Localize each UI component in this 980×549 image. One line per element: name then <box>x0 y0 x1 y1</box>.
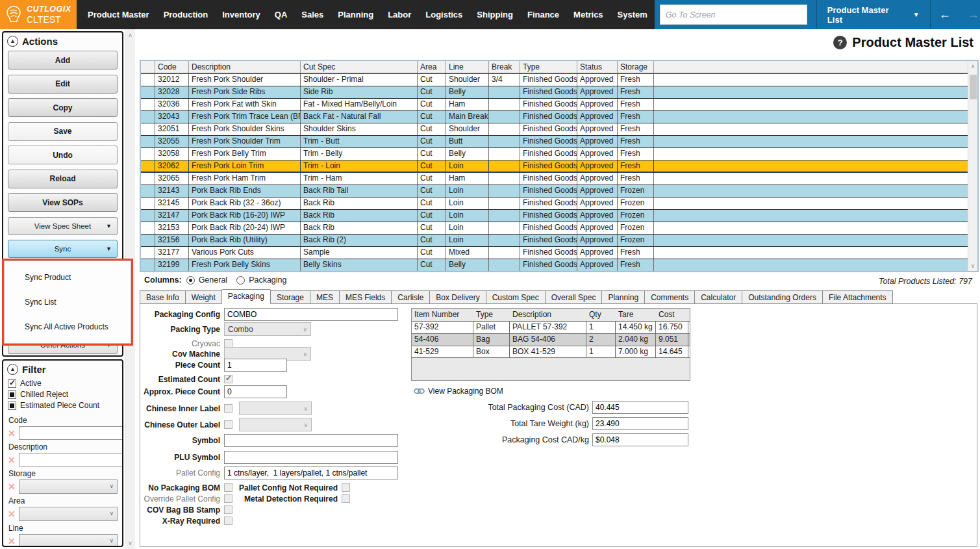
add-button[interactable]: Add <box>8 51 118 70</box>
chilled-reject-checkbox[interactable] <box>8 390 16 399</box>
view-spec-sheet-dropdown[interactable]: View Spec Sheet ▼ <box>8 217 118 235</box>
area-filter-select[interactable]: ∨ <box>19 507 118 521</box>
clear-filter-icon[interactable]: ✕ <box>8 481 16 492</box>
sync-dropdown[interactable]: Sync ▼ <box>8 240 118 258</box>
tab-carlisle[interactable]: Carlisle <box>391 290 429 304</box>
estimated-count-checkbox[interactable] <box>224 375 232 383</box>
tab-packaging[interactable]: Packaging <box>221 289 271 304</box>
clear-filter-icon[interactable]: ✕ <box>8 536 16 546</box>
tab-file-attachments[interactable]: File Attachments <box>822 290 893 304</box>
scroll-down-icon[interactable]: ∨ <box>971 262 975 269</box>
columns-radio-packaging[interactable] <box>236 276 245 285</box>
approx-piece-count-input[interactable] <box>224 385 287 398</box>
table-row[interactable]: 32145Pork Back Rib (32 - 36oz)Back RibCu… <box>141 198 968 210</box>
clear-filter-icon[interactable]: ✕ <box>8 509 16 519</box>
column-header-code[interactable]: Code <box>155 61 189 73</box>
table-row[interactable]: 32156Pork Back Rib (Utility)Back Rib (2)… <box>141 235 968 247</box>
reload-button[interactable]: Reload <box>8 170 118 188</box>
menu-item-sync-all-active-products[interactable]: Sync All Active Products <box>5 314 131 339</box>
help-icon[interactable]: ? <box>833 36 847 49</box>
no-packaging-bom-checkbox[interactable] <box>224 483 232 492</box>
scroll-up-icon[interactable]: ∧ <box>128 32 132 38</box>
chinese-outer-label-select[interactable]: ∨ <box>239 418 312 431</box>
row-selector-cell[interactable] <box>141 259 155 271</box>
table-row[interactable]: 32012Fresh Pork ShoulderShoulder - Prima… <box>141 74 968 86</box>
table-row[interactable]: 32147Pork Back Rib (16-20) IWPBack RibCu… <box>141 210 968 222</box>
scroll-up-icon[interactable]: ∧ <box>971 63 975 70</box>
tab-mes[interactable]: MES <box>310 290 339 304</box>
bom-column-header-type[interactable]: Type <box>473 309 510 321</box>
estimated-piece-count-checkbox[interactable] <box>8 402 16 410</box>
columns-radio-general[interactable] <box>186 276 195 285</box>
bom-row[interactable]: 54-406BagBAG 54-40622.040 kg9.051 <box>412 333 690 346</box>
row-selector-cell[interactable] <box>141 123 155 135</box>
storage-filter-select[interactable]: ∨ <box>19 479 118 494</box>
tab-base-info[interactable]: Base Info <box>140 290 185 304</box>
symbol-input[interactable] <box>224 434 398 447</box>
chinese-outer-label-checkbox[interactable] <box>224 420 232 429</box>
clear-filter-icon[interactable]: ✕ <box>8 428 16 439</box>
nav-item-logistics[interactable]: Logistics <box>418 0 470 29</box>
chinese-inner-label-select[interactable]: ∨ <box>239 402 312 415</box>
back-button[interactable]: ← <box>931 0 959 29</box>
pallet-config-input[interactable] <box>224 466 398 479</box>
plu-symbol-input[interactable] <box>224 451 398 464</box>
total-packaging-cost-cad-value[interactable] <box>592 401 688 414</box>
scroll-down-icon[interactable]: ∨ <box>128 540 132 546</box>
menu-item-sync-product[interactable]: Sync Product <box>5 265 131 290</box>
tab-overall-spec[interactable]: Overall Spec <box>545 290 602 304</box>
collapse-up-icon[interactable]: ▲ <box>7 364 18 375</box>
tab-storage[interactable]: Storage <box>271 290 310 304</box>
nav-item-sales[interactable]: Sales <box>294 0 331 29</box>
table-row[interactable]: 32055Fresh Pork Shoulder TrimTrim - Butt… <box>141 136 968 148</box>
forward-button[interactable]: → <box>959 0 980 29</box>
bom-column-header-cost[interactable]: Cost <box>656 309 688 321</box>
active-checkbox[interactable] <box>8 379 16 388</box>
row-selector-cell[interactable] <box>141 198 155 209</box>
xray-required-checkbox[interactable] <box>224 517 232 525</box>
row-selector-cell[interactable] <box>141 222 155 234</box>
tab-mes-fields[interactable]: MES Fields <box>339 290 391 304</box>
bom-column-header-qty[interactable]: Qty <box>586 309 616 321</box>
table-row[interactable]: 32036Fresh Pork Fat with SkinFat - Mixed… <box>141 99 968 111</box>
pallet-config-not-required-checkbox[interactable] <box>342 483 350 492</box>
view-sops-button[interactable]: View SOPs <box>8 193 118 212</box>
clear-filter-icon[interactable]: ✕ <box>8 455 16 465</box>
nav-item-planning[interactable]: Planning <box>331 0 381 29</box>
bom-row[interactable]: 57-392PalletPALLET 57-392114.450 kg16.75… <box>412 321 690 333</box>
description-filter-input[interactable] <box>19 453 123 466</box>
tab-weight[interactable]: Weight <box>185 290 221 304</box>
table-row[interactable]: 32065Fresh Pork Ham TrimTrim - HamCutHam… <box>141 173 968 185</box>
table-row[interactable]: 32028Fresh Pork Side RibsSide RibCutBell… <box>141 86 968 99</box>
metal-detection-required-checkbox[interactable] <box>342 494 350 503</box>
tab-outstanding-orders[interactable]: Outstanding Orders <box>742 290 822 304</box>
column-header-description[interactable]: Description <box>189 61 301 73</box>
bom-column-header-description[interactable]: Description <box>510 309 586 321</box>
chinese-inner-label-checkbox[interactable] <box>224 404 232 413</box>
row-selector-cell[interactable] <box>141 99 155 110</box>
app-logo[interactable]: CUTLOGIX CLTEST <box>0 0 77 29</box>
nav-item-qa[interactable]: QA <box>268 0 295 29</box>
packaging-config-input[interactable] <box>224 308 398 321</box>
nav-item-labor[interactable]: Labor <box>381 0 418 29</box>
row-selector-cell[interactable] <box>141 235 155 246</box>
table-scrollbar[interactable]: ∧ ∨ <box>968 61 977 271</box>
save-button[interactable]: Save <box>8 122 118 141</box>
packaging-cost-cad-kg-value[interactable] <box>592 433 688 446</box>
column-header-line[interactable]: Line <box>446 61 489 73</box>
nav-item-production[interactable]: Production <box>157 0 216 29</box>
row-selector-cell[interactable] <box>141 247 155 259</box>
row-selector-cell[interactable] <box>141 74 155 86</box>
cov-bag-bb-stamp-checkbox[interactable] <box>224 505 232 514</box>
column-header-cut-spec[interactable]: Cut Spec <box>301 61 418 73</box>
table-row[interactable]: 32058Fresh Pork Belly TrimTrim - BellyCu… <box>141 148 968 160</box>
table-row[interactable]: 32177Various Pork CutsSampleCutMixedFini… <box>141 247 968 259</box>
row-selector-cell[interactable] <box>141 86 155 98</box>
nav-item-finance[interactable]: Finance <box>520 0 566 29</box>
column-header-break[interactable]: Break <box>489 61 520 73</box>
table-row[interactable]: 32062Fresh Pork Loin TrimTrim - LoinCutL… <box>141 160 968 173</box>
piece-count-input[interactable] <box>224 359 287 372</box>
table-row[interactable]: 32051Fresh Pork Shoulder SkinsShoulder S… <box>141 123 968 136</box>
nav-item-metrics[interactable]: Metrics <box>566 0 610 29</box>
tab-comments[interactable]: Comments <box>644 290 694 304</box>
